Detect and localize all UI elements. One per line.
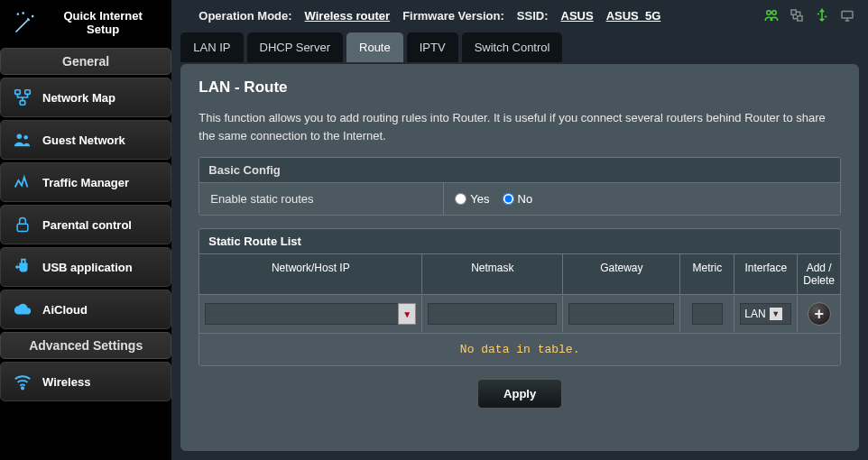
svg-rect-1 bbox=[25, 90, 31, 95]
static-route-header: Static Route List bbox=[199, 229, 840, 253]
wireless-icon bbox=[12, 371, 33, 392]
quick-setup-label: Quick Internet Setup bbox=[47, 9, 159, 36]
col-netmask: Netmask bbox=[422, 254, 563, 294]
apply-button[interactable]: Apply bbox=[477, 379, 562, 409]
sidebar-item-guest-network[interactable]: Guest Network bbox=[0, 120, 171, 160]
sidebar-section-advanced: Advanced Settings bbox=[0, 332, 171, 359]
wand-icon bbox=[13, 10, 38, 35]
sidebar-section-general: General bbox=[0, 48, 171, 75]
system-status-icon[interactable] bbox=[839, 7, 855, 23]
ssid-label: SSID: bbox=[517, 9, 549, 23]
op-mode-label: Operation Mode: bbox=[199, 9, 291, 23]
enable-static-routes-yes[interactable]: Yes bbox=[455, 192, 489, 206]
svg-point-4 bbox=[23, 135, 28, 140]
network-host-ip-input[interactable] bbox=[205, 303, 398, 325]
svg-rect-9 bbox=[791, 10, 796, 14]
static-route-table: Static Route List Network/Host IP Netmas… bbox=[199, 228, 841, 366]
col-add-delete: Add / Delete bbox=[798, 254, 840, 294]
col-metric: Metric bbox=[680, 254, 734, 294]
parental-control-icon bbox=[12, 214, 33, 235]
ssid-1[interactable]: ASUS bbox=[561, 9, 594, 23]
gateway-input[interactable] bbox=[568, 303, 674, 325]
svg-point-7 bbox=[767, 11, 771, 15]
guest-network-icon bbox=[12, 129, 33, 151]
tab-lan-ip[interactable]: LAN IP bbox=[180, 32, 243, 62]
svg-rect-2 bbox=[20, 101, 25, 106]
page-title: LAN - Route bbox=[199, 78, 841, 97]
usb-application-icon bbox=[12, 256, 33, 278]
sidebar-item-label: Network Map bbox=[42, 91, 115, 105]
topbar: Operation Mode: Wireless router Firmware… bbox=[171, 0, 868, 32]
basic-config-header: Basic Config bbox=[199, 158, 840, 182]
tab-dhcp-server[interactable]: DHCP Server bbox=[247, 32, 344, 62]
svg-point-6 bbox=[22, 387, 23, 389]
svg-rect-10 bbox=[798, 16, 802, 21]
tab-iptv[interactable]: IPTV bbox=[407, 32, 458, 62]
sidebar-item-parental-control[interactable]: Parental control bbox=[0, 205, 171, 244]
svg-rect-0 bbox=[15, 90, 21, 95]
quick-internet-setup[interactable]: Quick Internet Setup bbox=[0, 0, 171, 45]
metric-input[interactable] bbox=[692, 303, 723, 325]
add-route-button[interactable]: + bbox=[808, 302, 831, 326]
sidebar-item-label: AiCloud bbox=[42, 303, 88, 317]
chevron-down-icon: ▼ bbox=[770, 308, 782, 320]
basic-config-section: Basic Config Enable static routes Yes No bbox=[199, 157, 841, 216]
sidebar-item-label: USB application bbox=[42, 261, 133, 274]
radio-yes[interactable] bbox=[455, 193, 466, 205]
col-interface: Interface bbox=[734, 254, 798, 294]
sidebar-item-label: Guest Network bbox=[42, 133, 125, 147]
tab-route[interactable]: Route bbox=[346, 32, 403, 62]
ssid-2[interactable]: ASUS_5G bbox=[606, 9, 661, 23]
svg-rect-11 bbox=[842, 12, 853, 19]
network-map-icon bbox=[12, 87, 33, 108]
page-description: This function allows you to add routing … bbox=[199, 109, 841, 144]
no-data-message: No data in table. bbox=[199, 333, 840, 365]
sidebar-item-label: Wireless bbox=[42, 375, 90, 389]
sidebar-item-label: Parental control bbox=[42, 218, 132, 232]
col-gateway: Gateway bbox=[563, 254, 680, 294]
fw-version-label: Firmware Version: bbox=[402, 9, 504, 23]
traffic-manager-icon bbox=[12, 171, 33, 193]
svg-point-3 bbox=[17, 134, 22, 140]
sidebar-item-label: Traffic Manager bbox=[42, 176, 129, 189]
interface-select[interactable]: LAN ▼ bbox=[740, 303, 791, 325]
usb-status-icon[interactable] bbox=[814, 7, 830, 23]
aicloud-icon bbox=[12, 299, 33, 320]
sidebar-item-wireless[interactable]: Wireless bbox=[0, 362, 171, 401]
enable-static-routes-no[interactable]: No bbox=[503, 192, 533, 206]
status-icons bbox=[763, 7, 855, 23]
sidebar-item-usb-application[interactable]: USB application bbox=[0, 247, 171, 287]
op-mode-value[interactable]: Wireless router bbox=[305, 9, 391, 23]
svg-rect-5 bbox=[17, 224, 28, 231]
radio-no[interactable] bbox=[503, 193, 514, 205]
tab-switch-control[interactable]: Switch Control bbox=[462, 32, 563, 62]
sidebar-item-network-map[interactable]: Network Map bbox=[0, 78, 171, 117]
enable-static-routes-label: Enable static routes bbox=[199, 183, 443, 215]
sidebar-item-traffic-manager[interactable]: Traffic Manager bbox=[0, 162, 171, 202]
netmask-input[interactable] bbox=[428, 303, 557, 325]
sidebar-item-aicloud[interactable]: AiCloud bbox=[0, 290, 171, 329]
network-host-ip-dropdown[interactable]: ▼ bbox=[398, 303, 416, 325]
tabs: LAN IP DHCP Server Route IPTV Switch Con… bbox=[171, 32, 868, 62]
table-input-row: ▼ LAN ▼ + bbox=[199, 294, 840, 333]
svg-point-8 bbox=[772, 11, 777, 15]
col-network-host-ip: Network/Host IP bbox=[199, 254, 422, 294]
wan-status-icon[interactable] bbox=[789, 7, 805, 23]
clients-icon[interactable] bbox=[763, 7, 780, 23]
